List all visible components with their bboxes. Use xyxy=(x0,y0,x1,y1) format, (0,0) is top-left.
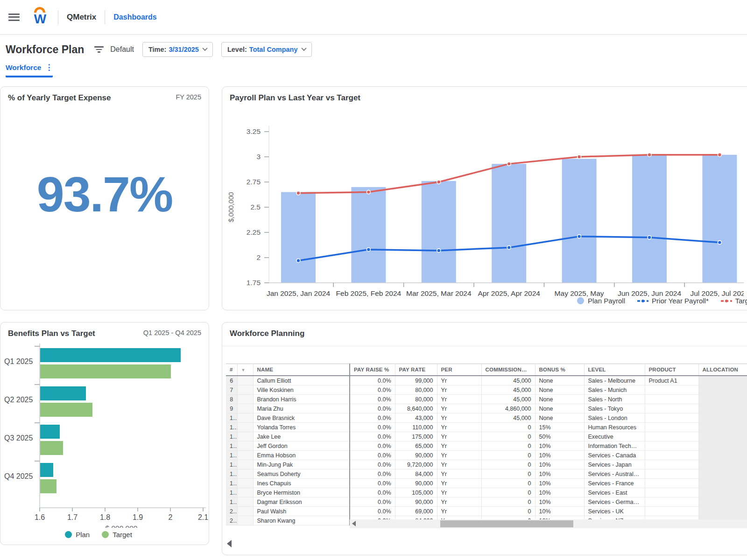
cell-product[interactable] xyxy=(645,451,698,460)
cell-level[interactable]: Services - East xyxy=(584,488,645,497)
cell-product[interactable] xyxy=(645,395,698,404)
col-header-product[interactable]: PRODUCT xyxy=(645,364,698,376)
cell-commission[interactable]: 45,000 xyxy=(481,395,535,404)
grid-scroll-left-icon[interactable] xyxy=(352,521,356,526)
cell-name[interactable]: Jake Lee xyxy=(253,432,350,441)
cell-bonus[interactable]: None xyxy=(535,413,584,423)
cell-name[interactable]: Maria Zhu xyxy=(253,404,350,413)
cell-bonus[interactable]: 10% xyxy=(535,460,584,469)
cell-product[interactable] xyxy=(645,385,698,395)
cell-commission[interactable]: 4,860,000 xyxy=(481,404,535,413)
cell-payraise[interactable]: 0.0% xyxy=(350,395,395,404)
col-header-allocation[interactable]: ALLOCATION xyxy=(698,364,747,376)
cell-commission[interactable]: 45,000 xyxy=(481,385,535,395)
cell-payraise[interactable]: 0.0% xyxy=(350,385,395,395)
cell-payraise[interactable]: 0.0% xyxy=(350,413,395,423)
cell-payrate[interactable]: 90,000 xyxy=(395,497,437,507)
cell-payrate[interactable]: 110,000 xyxy=(395,423,437,432)
table-row[interactable]: 11 Yolanda Torres 0.0% 110,000 Yr 0 15% … xyxy=(226,423,747,432)
col-header-name[interactable]: NAME xyxy=(253,364,350,376)
cell-commission[interactable]: 0 xyxy=(481,460,535,469)
cell-payrate[interactable]: 80,000 xyxy=(395,385,437,395)
cell-level[interactable]: Sales - North xyxy=(584,395,645,404)
cell-commission[interactable]: 0 xyxy=(481,423,535,432)
hamburger-menu-icon[interactable] xyxy=(8,14,20,21)
cell-commission[interactable]: 0 xyxy=(481,432,535,441)
cell-product[interactable] xyxy=(645,479,698,488)
col-header-commission[interactable]: COMMISSION… xyxy=(481,364,535,376)
cell-bonus[interactable]: 10% xyxy=(535,497,584,507)
table-row[interactable]: 19 Dagmar Eriksson 0.0% 90,000 Yr 0 10% … xyxy=(226,497,747,507)
cell-bonus[interactable]: 50% xyxy=(535,432,584,441)
cell-per[interactable]: Yr xyxy=(437,451,481,460)
cell-name[interactable]: Dagmar Eriksson xyxy=(253,497,350,507)
cell-level[interactable]: Services - Canada xyxy=(584,451,645,460)
view-name[interactable]: Default xyxy=(110,45,134,54)
cell-level[interactable]: Information Tech… xyxy=(584,441,645,451)
table-row[interactable]: 10 Dave Brasnick 0.0% 43,000 Yr 45,000 N… xyxy=(226,413,747,423)
cell-commission[interactable]: 0 xyxy=(481,488,535,497)
cell-payraise[interactable]: 0.0% xyxy=(350,460,395,469)
cell-payraise[interactable]: 0.0% xyxy=(350,376,395,385)
cell-bonus[interactable]: 10% xyxy=(535,488,584,497)
cell-per[interactable]: Yr xyxy=(437,376,481,385)
cell-payrate[interactable]: 69,000 xyxy=(395,507,437,516)
cell-product[interactable] xyxy=(645,441,698,451)
cell-level[interactable]: Services - France xyxy=(584,479,645,488)
cell-bonus[interactable]: None xyxy=(535,376,584,385)
cell-payrate[interactable]: 90,000 xyxy=(395,451,437,460)
cell-product[interactable] xyxy=(645,469,698,479)
cell-payraise[interactable]: 0.0% xyxy=(350,404,395,413)
cell-product[interactable] xyxy=(645,423,698,432)
cell-payrate[interactable]: 65,000 xyxy=(395,441,437,451)
cell-commission[interactable]: 45,000 xyxy=(481,376,535,385)
cell-payraise[interactable]: 0.0% xyxy=(350,432,395,441)
cell-payraise[interactable]: 0.0% xyxy=(350,507,395,516)
cell-per[interactable]: Yr xyxy=(437,479,481,488)
workday-logo[interactable]: W xyxy=(31,7,49,28)
cell-payrate[interactable]: 43,000 xyxy=(395,413,437,423)
cell-level[interactable]: Services - UK xyxy=(584,507,645,516)
workforce-table[interactable]: 6 Callum Elliott 0.0% 99,000 Yr 45,000 N… xyxy=(226,376,747,525)
cell-commission[interactable]: 0 xyxy=(481,479,535,488)
cell-commission[interactable]: 0 xyxy=(481,441,535,451)
cell-level[interactable]: Sales - London xyxy=(584,413,645,423)
cell-per[interactable]: Yr xyxy=(437,441,481,451)
cell-per[interactable]: Yr xyxy=(437,385,481,395)
col-header-filter[interactable]: ▼ xyxy=(237,364,253,376)
cell-payrate[interactable]: 99,000 xyxy=(395,376,437,385)
cell-per[interactable]: Yr xyxy=(437,395,481,404)
cell-name[interactable]: Yolanda Torres xyxy=(253,423,350,432)
level-filter-dropdown[interactable]: Level: Total Company xyxy=(221,42,312,57)
legend-item[interactable]: Target xyxy=(102,531,132,539)
cell-level[interactable]: Human Resources xyxy=(584,423,645,432)
cell-payrate[interactable]: 84,000 xyxy=(395,469,437,479)
cell-name[interactable]: Dave Brasnick xyxy=(253,413,350,423)
col-header-level[interactable]: LEVEL xyxy=(584,364,645,376)
cell-per[interactable]: Yr xyxy=(437,488,481,497)
table-row[interactable]: 7 Ville Koskinen 0.0% 80,000 Yr 45,000 N… xyxy=(226,385,747,395)
cell-level[interactable]: Services - Japan xyxy=(584,460,645,469)
cell-per[interactable]: Yr xyxy=(437,423,481,432)
cell-name[interactable]: Paul Walsh xyxy=(253,507,350,516)
cell-payrate[interactable]: 105,000 xyxy=(395,488,437,497)
cell-product[interactable] xyxy=(645,432,698,441)
scrollbar-thumb[interactable] xyxy=(440,520,573,527)
cell-product[interactable] xyxy=(645,507,698,516)
cell-commission[interactable]: 0 xyxy=(481,469,535,479)
col-header-payraise[interactable]: PAY RAISE % xyxy=(350,364,395,376)
kebab-menu-icon[interactable]: ⋮ xyxy=(45,64,53,71)
cell-name[interactable]: Emma Hobson xyxy=(253,451,350,460)
cell-name[interactable]: Ines Chapuis xyxy=(253,479,350,488)
legend-item[interactable]: Target xyxy=(721,297,747,305)
table-row[interactable]: 6 Callum Elliott 0.0% 99,000 Yr 45,000 N… xyxy=(226,376,747,385)
cell-bonus[interactable]: 15% xyxy=(535,423,584,432)
cell-name[interactable]: Jeff Gordon xyxy=(253,441,350,451)
cell-name[interactable]: Seamus Doherty xyxy=(253,469,350,479)
nav-dashboards-link[interactable]: Dashboards xyxy=(113,13,156,21)
cell-product[interactable]: Product A1 xyxy=(645,376,698,385)
cell-payraise[interactable]: 0.0% xyxy=(350,423,395,432)
cell-name[interactable]: Brandon Harris xyxy=(253,395,350,404)
cell-product[interactable] xyxy=(645,488,698,497)
cell-bonus[interactable]: None xyxy=(535,385,584,395)
